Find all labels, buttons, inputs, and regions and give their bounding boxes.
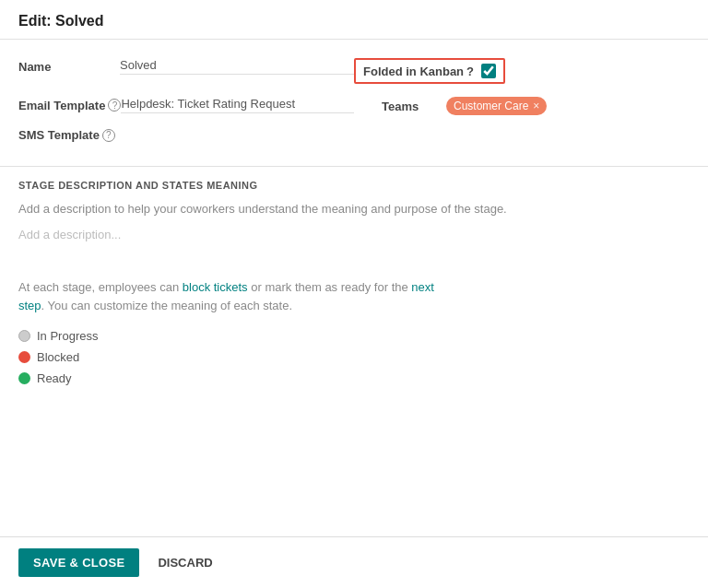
folded-kanban-help-icon[interactable]: ? [466, 65, 474, 78]
states-info: At each stage, employees can block ticke… [0, 278, 708, 386]
name-field-group: Name Solved [18, 58, 354, 75]
save-close-button[interactable]: SAVE & CLOSE [18, 548, 139, 577]
page-header: Edit: Solved [0, 0, 708, 40]
sms-template-help-icon[interactable]: ? [102, 129, 115, 142]
name-value: Solved [120, 58, 354, 75]
discard-button[interactable]: DISCARD [154, 548, 216, 577]
blocked-label: Blocked [37, 350, 79, 364]
email-template-field-group: Email Template ? Helpdesk: Ticket Rating… [18, 97, 354, 113]
tag-remove-icon[interactable]: × [533, 100, 539, 112]
form-body: Name Solved Folded in Kanban ? Email Tem… [0, 40, 708, 157]
in-progress-label: In Progress [37, 329, 98, 343]
folded-kanban-checkbox[interactable] [481, 64, 496, 78]
email-template-value: Helpdesk: Ticket Rating Request [121, 97, 354, 113]
states-info-text: At each stage, employees can block ticke… [18, 278, 461, 317]
email-template-row: Email Template ? Helpdesk: Ticket Rating… [18, 97, 690, 115]
ready-label: Ready [37, 371, 72, 385]
state-blocked: Blocked [18, 350, 690, 364]
state-ready: Ready [18, 371, 690, 385]
ready-dot [18, 372, 30, 384]
page-title: Edit: Solved [18, 13, 103, 29]
sms-template-row: SMS Template ? [18, 128, 690, 142]
email-template-help-icon[interactable]: ? [108, 99, 121, 112]
teams-field-group: Teams Customer Care × [354, 97, 690, 115]
in-progress-dot [18, 330, 30, 342]
sms-template-label: SMS Template ? [18, 128, 120, 142]
folded-kanban-group: Folded in Kanban ? [354, 58, 690, 84]
folded-kanban-wrapper: Folded in Kanban ? [354, 58, 505, 84]
block-tickets-link[interactable]: block tickets [183, 280, 248, 294]
state-in-progress: In Progress [18, 329, 690, 343]
stage-section-title: STAGE DESCRIPTION AND STATES MEANING [0, 180, 708, 191]
description-input[interactable] [18, 228, 461, 261]
description-helper-text: Add a description to help your coworkers… [18, 200, 690, 218]
name-label: Name [18, 60, 120, 74]
name-row: Name Solved Folded in Kanban ? [18, 58, 690, 84]
folded-kanban-label: Folded in Kanban ? [363, 65, 474, 78]
teams-label: Teams [382, 100, 437, 113]
customer-care-tag: Customer Care × [446, 97, 547, 115]
section-divider [0, 166, 708, 167]
blocked-dot [18, 351, 30, 363]
footer-bar: SAVE & CLOSE DISCARD [0, 536, 708, 588]
description-area: Add a description to help your coworkers… [0, 200, 708, 264]
tag-label: Customer Care [454, 100, 528, 112]
email-template-label: Email Template ? [18, 99, 121, 112]
